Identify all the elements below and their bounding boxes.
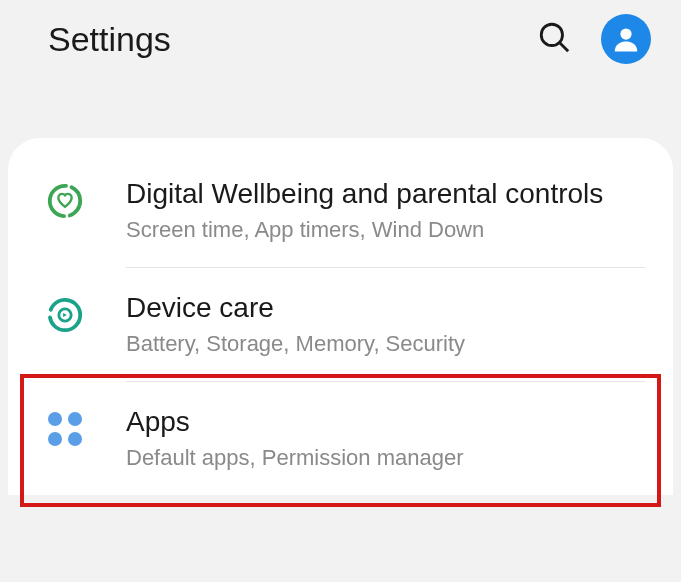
list-item-content: Apps Default apps, Permission manager <box>126 404 645 473</box>
list-item-subtitle: Battery, Storage, Memory, Security <box>126 330 645 359</box>
list-item-title: Digital Wellbeing and parental controls <box>126 176 645 212</box>
list-item-device-care[interactable]: Device care Battery, Storage, Memory, Se… <box>8 268 673 381</box>
list-item-content: Device care Battery, Storage, Memory, Se… <box>126 290 645 359</box>
svg-point-2 <box>620 28 631 39</box>
list-item-subtitle: Screen time, App timers, Wind Down <box>126 216 645 245</box>
svg-line-1 <box>560 43 569 52</box>
device-care-icon <box>44 294 86 336</box>
header: Settings <box>0 0 681 78</box>
svg-point-3 <box>50 186 80 216</box>
list-item-title: Apps <box>126 404 645 440</box>
apps-icon <box>44 408 86 450</box>
svg-point-0 <box>541 24 562 45</box>
list-item-subtitle: Default apps, Permission manager <box>126 444 645 473</box>
wellbeing-icon <box>44 180 86 222</box>
list-item-title: Device care <box>126 290 645 326</box>
header-actions <box>537 14 651 64</box>
search-icon[interactable] <box>537 20 571 58</box>
settings-card: Digital Wellbeing and parental controls … <box>8 138 673 495</box>
account-avatar[interactable] <box>601 14 651 64</box>
list-item-apps[interactable]: Apps Default apps, Permission manager <box>8 382 673 495</box>
list-item-content: Digital Wellbeing and parental controls … <box>126 176 645 245</box>
list-item-digital-wellbeing[interactable]: Digital Wellbeing and parental controls … <box>8 154 673 267</box>
page-title: Settings <box>48 20 537 59</box>
